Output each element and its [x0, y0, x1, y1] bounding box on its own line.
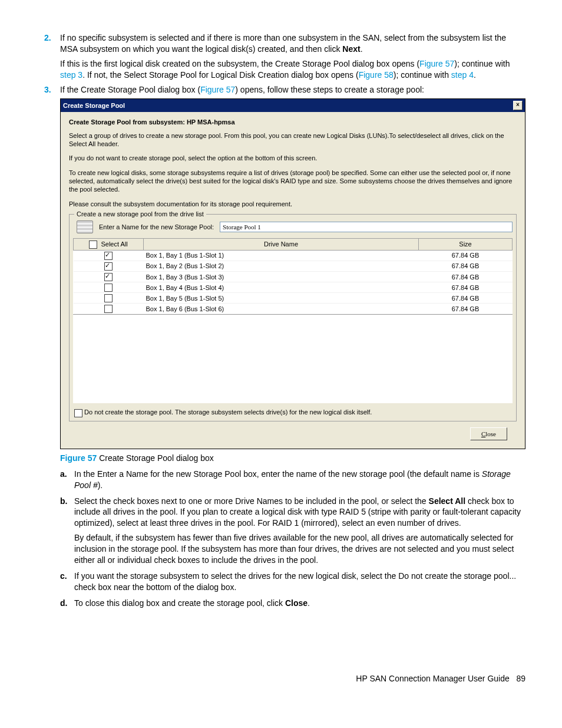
drives-icon	[77, 220, 93, 233]
d-t1: To close this dialog box and create the …	[74, 598, 285, 608]
s3a: If the Create Storage Pool dialog box (	[60, 85, 200, 94]
drive-size: 67.84 GB	[419, 282, 513, 293]
s2p2a: If this is the first logical disk create…	[60, 59, 419, 68]
d-t2: .	[308, 598, 310, 608]
close-rest: lose	[485, 430, 496, 437]
select-all-label: Select All	[101, 241, 127, 248]
step-2-para2: If this is the first logical disk create…	[60, 58, 525, 81]
dialog-para4: Please consult the subsystem documentati…	[69, 200, 517, 208]
drive-size: 67.84 GB	[419, 272, 513, 282]
drive-size: 67.84 GB	[419, 261, 513, 272]
link-fig58[interactable]: Figure 58	[359, 70, 394, 80]
step-2-post: .	[361, 44, 363, 54]
drive-table: Select All Drive Name Size Box 1, Bay 1 …	[73, 238, 513, 315]
dialog-para1: Select a group of drives to create a new…	[69, 131, 517, 149]
header-drive-name[interactable]: Drive Name	[144, 238, 419, 250]
step-2-text: If no specific subsystem is selected and…	[60, 33, 506, 54]
storage-pool-name-input[interactable]	[220, 222, 513, 232]
dialog-heading: Create Storage Pool from subsystem: HP M…	[69, 118, 517, 126]
dialog-body: Create Storage Pool from subsystem: HP M…	[61, 112, 525, 448]
drive-list-group: Create a new storage pool from the drive…	[69, 214, 517, 421]
let-a: a.	[60, 469, 67, 480]
step-a: a. In the Enter a Name for the new Stora…	[60, 469, 525, 491]
dialog-button-row: Close	[69, 421, 517, 443]
link-step3[interactable]: step 3	[60, 70, 82, 80]
close-button[interactable]: Close	[470, 427, 507, 440]
figure-caption: Figure 57 Create Storage Pool dialog box	[60, 453, 525, 464]
step-c: c. If you want the storage subsystem to …	[60, 571, 525, 593]
s2p2d: ); continue with	[394, 70, 451, 80]
drive-row: Box 1, Bay 3 (Bus 1-Slot 3)67.84 GB	[74, 272, 513, 282]
drive-name: Box 1, Bay 2 (Bus 1-Slot 2)	[144, 261, 419, 272]
link-step4[interactable]: step 4	[451, 70, 474, 80]
drive-name: Box 1, Bay 6 (Bus 1-Slot 6)	[144, 304, 419, 314]
step-b: b. Select the check boxes next to one or…	[60, 496, 525, 566]
drive-name: Box 1, Bay 4 (Bus 1-Slot 4)	[144, 282, 419, 293]
dialog-title-bar: Create Storage Pool ×	[61, 99, 525, 112]
header-select-all[interactable]: Select All	[74, 238, 144, 250]
step-2: 2. If no specific subsystem is selected …	[37, 32, 525, 81]
drive-size: 67.84 GB	[419, 250, 513, 261]
drive-row: Box 1, Bay 5 (Bus 1-Slot 5)67.84 GB	[74, 293, 513, 304]
link-fig57a[interactable]: Figure 57	[419, 59, 454, 68]
s3b: ) opens, follow these steps to create a …	[235, 85, 424, 94]
drive-row: Box 1, Bay 2 (Bus 1-Slot 2)67.84 GB	[74, 261, 513, 272]
drive-checkbox[interactable]	[104, 305, 113, 313]
let-c: c.	[60, 571, 67, 582]
drive-size: 67.84 GB	[419, 293, 513, 304]
page-number: 89	[516, 674, 525, 683]
drive-checkbox[interactable]	[104, 262, 113, 271]
do-not-create-row: Do not create the storage pool. The stor…	[74, 408, 511, 417]
drive-row: Box 1, Bay 4 (Bus 1-Slot 4)67.84 GB	[74, 282, 513, 293]
next-bold: Next	[342, 44, 360, 54]
do-not-create-label: Do not create the storage pool. The stor…	[84, 409, 372, 416]
group-legend: Create a new storage pool from the drive…	[74, 210, 206, 218]
drive-size: 67.84 GB	[419, 304, 513, 314]
close-icon[interactable]: ×	[513, 101, 523, 110]
dialog-para2: If you do not want to create storage poo…	[69, 154, 517, 162]
page-footer: HP SAN Connection Manager User Guide 89	[37, 674, 525, 683]
header-size[interactable]: Size	[419, 238, 513, 250]
a-t1: In the Enter a Name for the new Storage …	[74, 469, 482, 479]
step-3-num: 3.	[44, 84, 51, 95]
b-bold: Select All	[429, 496, 466, 506]
d-bold: Close	[285, 598, 308, 608]
s2p2b: ); continue with	[454, 59, 510, 68]
b-t1: Select the check boxes next to one or mo…	[74, 496, 429, 506]
figure-label: Figure 57	[60, 453, 97, 463]
drive-checkbox[interactable]	[104, 294, 113, 302]
link-fig57b[interactable]: Figure 57	[200, 85, 235, 94]
drive-list-empty-area	[73, 314, 513, 403]
pool-name-label: Enter a Name for the new Storage Pool:	[99, 223, 214, 231]
drive-name: Box 1, Bay 1 (Bus 1-Slot 1)	[144, 250, 419, 261]
drive-checkbox[interactable]	[104, 252, 113, 260]
dialog-para3: To create new logical disks, some storag…	[69, 169, 517, 194]
let-b: b.	[60, 496, 67, 507]
step-2-pre: If no specific subsystem is selected and…	[60, 33, 506, 54]
select-all-checkbox[interactable]	[89, 241, 97, 249]
step-3: 3. If the Create Storage Pool dialog box…	[37, 84, 525, 609]
do-not-create-checkbox[interactable]	[74, 409, 82, 417]
let-d: d.	[60, 598, 67, 609]
step-3-text: If the Create Storage Pool dialog box (F…	[60, 85, 424, 94]
drive-name: Box 1, Bay 5 (Bus 1-Slot 5)	[144, 293, 419, 304]
drive-row: Box 1, Bay 1 (Bus 1-Slot 1)67.84 GB	[74, 250, 513, 261]
drive-checkbox[interactable]	[104, 284, 113, 292]
figure-text: Create Storage Pool dialog box	[97, 453, 213, 463]
s2p2c: . If not, the Select Storage Pool for Lo…	[82, 70, 359, 80]
b-p2: By default, if the subsystem has fewer t…	[74, 532, 525, 566]
drive-name: Box 1, Bay 3 (Bus 1-Slot 3)	[144, 272, 419, 282]
a-t2: ).	[98, 480, 103, 490]
step-2-num: 2.	[44, 32, 51, 44]
pool-name-row: Enter a Name for the new Storage Pool:	[77, 220, 513, 233]
footer-title: HP SAN Connection Manager User Guide	[356, 674, 509, 683]
create-storage-pool-dialog: Create Storage Pool × Create Storage Poo…	[60, 98, 525, 449]
drive-checkbox[interactable]	[104, 273, 113, 281]
c-t1: If you want the storage subsystem to sel…	[74, 571, 516, 592]
dialog-title: Create Storage Pool	[63, 101, 125, 110]
drive-row: Box 1, Bay 6 (Bus 1-Slot 6)67.84 GB	[74, 304, 513, 314]
step-d: d. To close this dialog box and create t…	[60, 598, 525, 609]
s2p2e: .	[474, 70, 476, 80]
